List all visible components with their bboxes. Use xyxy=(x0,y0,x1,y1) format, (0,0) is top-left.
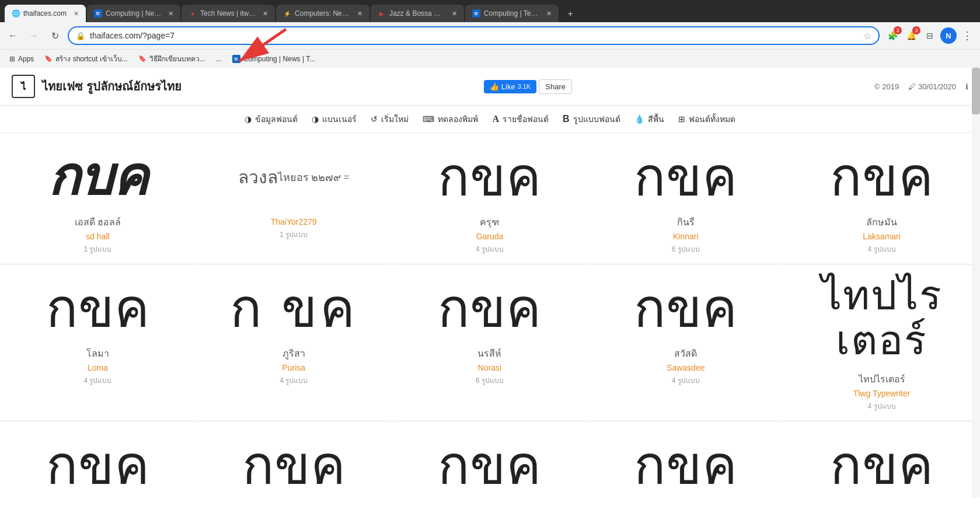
font-en-name-typewriter: Tlwg Typewriter xyxy=(853,389,911,398)
font-preview-partial-2: กขค xyxy=(242,433,346,497)
font-thai-name-purisa: ภูริสา xyxy=(283,346,305,361)
font-en-name-sd-hall: sd hall xyxy=(86,232,109,241)
font-card-thaiyors[interactable]: ลวงล ไหยอร ๒๒๗๙ = ThaiYor2279 1 รูปแบบ xyxy=(196,133,392,264)
nav-reset[interactable]: ↺ เริ่มใหม่ xyxy=(371,113,409,125)
info-icon[interactable]: ℹ xyxy=(965,82,968,91)
font-card-laksaman[interactable]: กขค ลักษมัน Laksaman 4 รูปแบบ xyxy=(784,133,980,264)
font-en-name-purisa: Purisa xyxy=(282,363,305,372)
cast-button[interactable]: ⊟ xyxy=(922,27,938,44)
font-card-partial-5[interactable]: กขค xyxy=(784,421,980,497)
nav-icon-keyboard: ⌨ xyxy=(423,114,434,124)
nav-label-banner: แบนเนอร์ xyxy=(322,113,357,125)
font-preview-partial-3: กขค xyxy=(438,433,541,497)
font-card-sawasdee[interactable]: กขค สวัสดิ Sawasdee 4 รูปแบบ xyxy=(588,264,784,421)
tab-close-jazz[interactable]: ✕ xyxy=(452,10,457,18)
scrollbar-track xyxy=(972,68,980,497)
font-preview-loma: กขค xyxy=(46,276,149,340)
tab-favicon-jazz: ▶ xyxy=(378,9,386,18)
tab-active[interactable]: 🌐 thaifaces.com ✕ xyxy=(5,5,86,22)
tab-favicon-computing: tr xyxy=(94,9,102,18)
tab-jazz[interactable]: ▶ Jazz & Bossa Music f... ✕ xyxy=(371,5,464,22)
font-card-norasi[interactable]: กขค นรสีห์ Norasi 6 รูปแบบ xyxy=(392,264,588,421)
edited-date: 🖊 30/01/2020 xyxy=(908,82,956,91)
font-card-sd-hall[interactable]: กบค เอสดี ฮอลล์ sd hall 1 รูปแบบ xyxy=(0,133,196,264)
tab-favicon-comp: ⚡ xyxy=(283,9,291,18)
tab-computing[interactable]: tr Computing | News | T... ✕ xyxy=(87,5,180,22)
notifications-badge: 3 xyxy=(912,26,920,34)
bookmark-favicon-shortcut: 🔖 xyxy=(44,55,53,63)
tab-close-comp[interactable]: ✕ xyxy=(357,10,362,18)
font-card-kinnari[interactable]: กขค กินรี Kinnari 6 รูปแบบ xyxy=(588,133,784,264)
font-card-garuda[interactable]: กขค ครุฑ Garuda 4 รูปแบบ xyxy=(392,133,588,264)
tab-computers[interactable]: ⚡ Computers: News - C... ✕ xyxy=(276,5,369,22)
bookmark-computing[interactable]: tr Computing | News | T... xyxy=(228,53,320,65)
fb-like-button[interactable]: 👍 Like 3.1K xyxy=(484,80,537,93)
font-thai-name-sd-hall: เอสดี ฮอลล์ xyxy=(75,215,121,229)
font-thai-name-norasi: นรสีห์ xyxy=(477,346,501,361)
font-count-typewriter: 4 รูปแบบ xyxy=(868,400,896,412)
refresh-button[interactable]: ↻ xyxy=(47,27,63,44)
font-preview-sd-hall: กบค xyxy=(48,145,148,209)
tab-title-comp: Computers: News - C... xyxy=(295,9,351,18)
tab-techradar[interactable]: tr Computing | TechRadar ✕ xyxy=(465,5,559,22)
bookmark-apps[interactable]: ⊞ Apps xyxy=(5,53,39,65)
nav-bg-color[interactable]: 💧 สีพื้น xyxy=(634,113,664,125)
bookmark-writing[interactable]: 🔖 วิธีฝึกเขียนบทคว... xyxy=(134,51,210,67)
nav-font-style[interactable]: B รูปแบบฟอนต์ xyxy=(563,113,620,125)
tab-techworld[interactable]: ● Tech News | itworld ✕ xyxy=(182,5,275,22)
font-preview-kinnari: กขค xyxy=(634,145,737,209)
tab-title-radar: Computing | TechRadar xyxy=(484,9,540,18)
font-thai-name-typewriter: ไทปไรเตอร์ xyxy=(859,372,905,386)
new-tab-button[interactable]: + xyxy=(562,6,578,22)
font-card-typewriter[interactable]: ไทปไรเตอร์ ไทปไรเตอร์ Tlwg Typewriter 4 … xyxy=(784,264,980,421)
menu-button[interactable]: ⋮ xyxy=(959,27,975,44)
nav-type-test[interactable]: ⌨ ทดลองพิมพ์ xyxy=(423,113,478,125)
font-card-purisa[interactable]: ก ขค ภูริสา Purisa 4 รูปแบบ xyxy=(196,264,392,421)
url-input[interactable] xyxy=(90,31,859,40)
font-preview-purisa: ก ขค xyxy=(230,276,357,340)
bookmark-ellipsis[interactable]: ... xyxy=(211,53,226,65)
font-card-partial-3[interactable]: กขค xyxy=(392,421,588,497)
tab-close-tech[interactable]: ✕ xyxy=(263,10,268,18)
font-en-name-kinnari: Kinnari xyxy=(673,232,699,241)
bookmark-shortcut[interactable]: 🔖 สร้าง shortcut เข้าเว็บ... xyxy=(40,51,132,67)
nav-font-info[interactable]: ◑ ข้อมูลฟอนต์ xyxy=(245,113,298,125)
fb-like-count: 3.1K xyxy=(518,83,531,90)
tab-favicon-tech: ● xyxy=(189,9,197,18)
font-preview-sawasdee: กขค xyxy=(634,276,737,340)
tab-close-computing[interactable]: ✕ xyxy=(168,10,173,18)
tab-title-jazz: Jazz & Bossa Music f... xyxy=(389,9,446,18)
tab-close[interactable]: ✕ xyxy=(74,10,79,18)
nav-label-all-fonts: ฟอนต์ทั้งหมด xyxy=(689,113,735,125)
bookmark-label-ellipsis: ... xyxy=(216,55,222,63)
font-count-norasi: 6 รูปแบบ xyxy=(476,375,504,386)
fb-like-section: 👍 Like 3.1K Share xyxy=(484,79,572,94)
scrollbar-thumb[interactable] xyxy=(972,68,980,114)
font-grid-row1: กบค เอสดี ฮอลล์ sd hall 1 รูปแบบ ลวงล ไห… xyxy=(0,133,980,264)
fb-share-button[interactable]: Share xyxy=(539,79,572,94)
font-card-partial-4[interactable]: กขค xyxy=(588,421,784,497)
font-card-partial-2[interactable]: กขค xyxy=(196,421,392,497)
nav-icon-a: A xyxy=(492,114,499,124)
nav-font-list[interactable]: A รายชื่อฟอนต์ xyxy=(492,113,549,125)
back-button[interactable]: ← xyxy=(5,27,21,44)
font-card-loma[interactable]: กขค โลมา Loma 4 รูปแบบ xyxy=(0,264,196,421)
tab-close-radar[interactable]: ✕ xyxy=(546,10,552,18)
browser-chrome: 🌐 thaifaces.com ✕ tr Computing | News | … xyxy=(0,0,980,68)
extensions-button[interactable]: 🧩 3 xyxy=(884,27,901,44)
nav-banner[interactable]: ◑ แบนเนอร์ xyxy=(312,113,357,125)
forward-button[interactable]: → xyxy=(26,27,42,44)
font-thai-name-laksaman: ลักษมัน xyxy=(866,215,897,229)
navigation-bar: ← → ↻ 🔒 ☆ 🧩 3 🔔 3 ⊟ N ⋮ xyxy=(0,22,980,49)
tab-favicon: 🌐 xyxy=(12,9,20,18)
bookmark-star-icon[interactable]: ☆ xyxy=(863,30,871,41)
nav-icon-b: B xyxy=(563,114,570,124)
profile-button[interactable]: N xyxy=(940,27,957,44)
bookmarks-bar: ⊞ Apps 🔖 สร้าง shortcut เข้าเว็บ... 🔖 วิ… xyxy=(0,49,980,68)
nav-label-font-style: รูปแบบฟอนต์ xyxy=(573,113,620,125)
font-card-partial-1[interactable]: กขค xyxy=(0,421,196,497)
tab-title-computing: Computing | News | T... xyxy=(106,9,162,18)
nav-all-fonts[interactable]: ⊞ ฟอนต์ทั้งหมด xyxy=(678,113,735,125)
site-navigation: ◑ ข้อมูลฟอนต์ ◑ แบนเนอร์ ↺ เริ่มใหม่ ⌨ ท… xyxy=(0,106,980,133)
notifications-button[interactable]: 🔔 3 xyxy=(903,27,919,44)
